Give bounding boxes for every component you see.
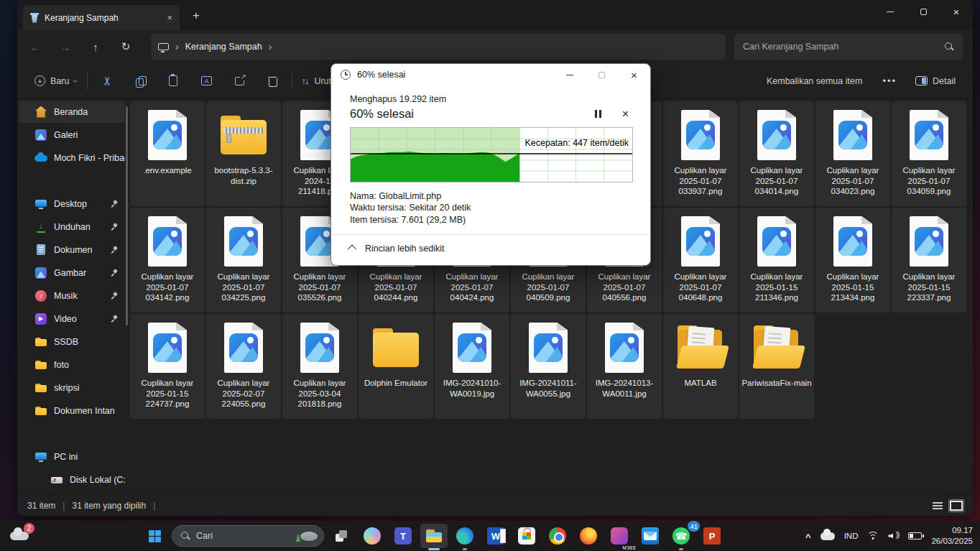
- window-minimize-button[interactable]: [874, 0, 907, 23]
- taskbar-weather-widget[interactable]: 2: [7, 524, 36, 547]
- volume-icon[interactable]: [888, 532, 899, 541]
- sidebar-item[interactable]: Musik: [19, 284, 125, 307]
- file-tile[interactable]: Cuplikan layar 2025-02-07 224055.png: [206, 314, 281, 419]
- taskbar-app-button[interactable]: W: [482, 524, 509, 548]
- back-button[interactable]: ←: [23, 35, 47, 58]
- recycle-bin-icon: [30, 13, 39, 23]
- battery-icon[interactable]: [908, 532, 922, 540]
- file-tile[interactable]: Cuplikan layar 2025-01-15 213434.png: [815, 208, 890, 312]
- dialog-title: 60% selesai: [357, 70, 405, 80]
- cut-icon: [103, 74, 112, 88]
- language-indicator[interactable]: IND: [844, 532, 859, 540]
- sidebar-item[interactable]: Desktop: [19, 193, 125, 215]
- share-button[interactable]: [223, 69, 256, 93]
- sidebar-item[interactable]: [19, 422, 125, 445]
- taskbar-app-button[interactable]: [359, 524, 386, 548]
- taskbar-search[interactable]: [172, 525, 324, 547]
- cancel-icon[interactable]: ×: [622, 108, 629, 121]
- up-button[interactable]: ↑: [83, 35, 108, 58]
- file-tile[interactable]: bootstrap-5.3.3-dist.zip: [206, 101, 281, 206]
- details-pane-button[interactable]: Detail: [910, 71, 961, 91]
- file-tile[interactable]: MATLAB: [663, 314, 738, 419]
- file-tile[interactable]: IMG-20241010-WA0019.jpg: [435, 314, 509, 419]
- file-tile[interactable]: Dolphin Emulator: [359, 314, 433, 419]
- file-tile[interactable]: Cuplikan layar 2025-01-07 034142.png: [130, 208, 205, 312]
- file-tile[interactable]: Cuplikan layar 2025-01-15 211346.png: [739, 208, 814, 312]
- pause-icon[interactable]: [593, 109, 604, 119]
- sidebar-item[interactable]: Dokumen Intan: [19, 399, 125, 422]
- taskbar-app-button[interactable]: [544, 524, 571, 548]
- file-tile[interactable]: IMG-20241013-WA0011.jpg: [587, 314, 662, 419]
- file-tile[interactable]: Cuplikan layar 2025-01-07 033937.png: [663, 101, 738, 206]
- breadcrumb-location[interactable]: Keranjang Sampah: [185, 42, 262, 52]
- tab-title: Keranjang Sampah: [45, 13, 119, 23]
- forward-button[interactable]: →: [53, 35, 78, 58]
- file-tile[interactable]: Cuplikan layar 2025-01-15 224737.png: [130, 314, 205, 419]
- hidden-icons-chevron[interactable]: ^: [805, 532, 811, 542]
- taskbar-app-button[interactable]: [420, 524, 448, 548]
- sidebar-item[interactable]: [19, 170, 125, 192]
- thumbnail-view-toggle[interactable]: [948, 499, 964, 512]
- list-view-toggle[interactable]: [931, 501, 944, 511]
- taskbar-app-button[interactable]: [513, 524, 540, 548]
- sidebar-item[interactable]: Disk Lokal (C:): [19, 468, 125, 491]
- file-tile[interactable]: Cuplikan layar 2025-01-07 040648.png: [663, 208, 738, 312]
- file-tile[interactable]: .env.example: [130, 101, 205, 206]
- file-tile[interactable]: Cuplikan layar 2025-01-15 223337.png: [892, 208, 966, 312]
- dialog-close-button[interactable]: ×: [618, 64, 650, 85]
- file-tile[interactable]: Cuplikan layar 2025-03-04 201818.png: [282, 314, 357, 419]
- sidebar-item[interactable]: Gambar: [19, 261, 125, 284]
- restore-all-items-button[interactable]: Kembalikan semua item: [759, 71, 869, 91]
- file-tile[interactable]: IMG-20241011-WA0055.jpg: [511, 314, 586, 419]
- sidebar-item[interactable]: SSDB: [19, 330, 125, 353]
- file-tile[interactable]: Cuplikan layar 2025-01-07 034225.png: [206, 208, 281, 312]
- clock-date[interactable]: 09.17 26/03/2025: [931, 525, 973, 547]
- sidebar-item[interactable]: Video: [19, 307, 125, 330]
- new-button[interactable]: + Baru: [27, 70, 84, 91]
- explorer-search[interactable]: [734, 34, 963, 60]
- window-maximize-button[interactable]: [907, 0, 940, 23]
- taskbar-app-button[interactable]: [637, 524, 664, 548]
- onedrive-tray-icon[interactable]: [820, 532, 835, 540]
- sidebar-item[interactable]: skripsi: [19, 376, 125, 399]
- delete-button[interactable]: [256, 69, 289, 93]
- taskbar-search-input[interactable]: [196, 531, 289, 541]
- taskbar-app-button[interactable]: T: [389, 524, 417, 548]
- taskbar-app-button[interactable]: [575, 524, 602, 548]
- rename-button[interactable]: A: [190, 69, 223, 93]
- file-name: Cuplikan layar 2025-01-15 213434.png: [815, 269, 890, 303]
- taskbar-app-button[interactable]: P: [698, 524, 726, 548]
- refresh-button[interactable]: ↻: [114, 35, 138, 58]
- task-view-button[interactable]: [328, 524, 355, 548]
- dialog-minimize-button[interactable]: [553, 64, 586, 85]
- more-options-button[interactable]: •••: [875, 73, 904, 89]
- cut-button[interactable]: [91, 69, 124, 93]
- sidebar-item[interactable]: foto: [19, 353, 125, 376]
- new-tab-button[interactable]: +: [193, 9, 200, 23]
- sidebar-item[interactable]: Galeri: [19, 124, 125, 146]
- search-input[interactable]: [743, 42, 945, 52]
- sidebar-item[interactable]: Moch Fikri - Pribadi: [19, 147, 125, 169]
- breadcrumb[interactable]: Keranjang Sampah: [151, 34, 726, 60]
- paste-button[interactable]: [157, 69, 190, 93]
- sidebar-item[interactable]: PC ini: [19, 445, 125, 468]
- file-tile[interactable]: PariwisataFix-main: [739, 314, 814, 419]
- explorer-tab[interactable]: Keranjang Sampah ×: [23, 5, 180, 30]
- less-details-toggle[interactable]: Rincian lebih sedikit: [350, 244, 632, 254]
- sidebar-scrollbar[interactable]: [126, 106, 128, 325]
- file-tile[interactable]: Cuplikan layar 2025-01-07 034059.png: [892, 101, 966, 206]
- file-icon: [370, 321, 422, 376]
- taskbar-app-button[interactable]: ☎ 41: [667, 524, 695, 548]
- sidebar-item[interactable]: Beranda: [19, 101, 125, 123]
- start-button[interactable]: [141, 524, 168, 548]
- sidebar-item[interactable]: ↓ Unduhan: [19, 216, 125, 238]
- taskbar-app-button[interactable]: M365: [606, 524, 633, 548]
- taskbar-app-button[interactable]: [451, 524, 479, 548]
- sidebar-item[interactable]: Dokumen: [19, 239, 125, 261]
- file-tile[interactable]: Cuplikan layar 2025-01-07 034014.png: [739, 101, 814, 206]
- file-tile[interactable]: Cuplikan layar 2025-01-07 034023.png: [815, 101, 890, 206]
- copy-button[interactable]: [124, 69, 157, 93]
- tab-close-icon[interactable]: ×: [167, 12, 172, 23]
- wifi-icon[interactable]: [867, 532, 879, 540]
- window-close-button[interactable]: ×: [940, 0, 973, 23]
